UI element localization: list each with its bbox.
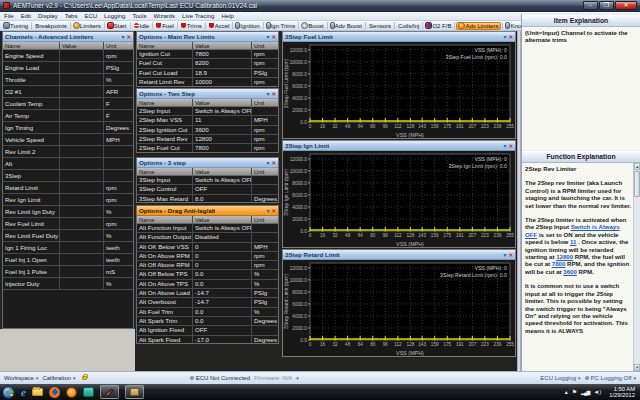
table-row[interactable]: Alt OK Below VSS0MPH [137, 243, 278, 252]
table-row[interactable]: Engine LoadPSIg [3, 62, 133, 74]
panel-menu-icon[interactable]: ▾ [503, 143, 506, 149]
inline-setting-link[interactable]: 7800 [552, 260, 566, 267]
table-row[interactable]: Rev Limit 2 [3, 146, 133, 158]
menu-item-display[interactable]: Display [38, 13, 58, 19]
toolbar-button-fuel[interactable]: Fuel [154, 22, 176, 30]
toolbar-button-accel[interactable]: Accel [207, 22, 232, 30]
panel-close-icon[interactable]: ✕ [508, 34, 513, 40]
table-row[interactable]: 3Step InputSwitch is Always OFF [137, 176, 278, 185]
table-row[interactable]: Alt On Above Load-14.7PSIg [137, 289, 278, 298]
toolbar-button-start[interactable]: Start [106, 22, 129, 30]
chart-titlebar[interactable]: 3Step Fuel Limit▾✕ [283, 32, 515, 42]
table-row[interactable]: Ignition Cut7800rpm [137, 50, 278, 59]
panel-titlebar[interactable]: Options - Drag Anti-lag/alt▾✕ [137, 206, 278, 216]
panel-menu-icon[interactable]: ▾ [266, 160, 269, 166]
maximize-button[interactable]: ❐ [599, 1, 614, 10]
table-row[interactable]: Alt Fuel Trim0.0% [137, 308, 278, 317]
table-row[interactable]: Rev Ign Limitrpm [3, 194, 133, 206]
chart-titlebar[interactable]: 3Step Retard Limit▾✕ [283, 250, 515, 260]
table-row[interactable]: 2Step InputSwitch is Always OFF [137, 107, 278, 116]
panel-close-icon[interactable]: ✕ [126, 34, 131, 40]
table-row[interactable]: Alt On Above RPM0rpm [137, 252, 278, 261]
table-row[interactable]: 2Step Max VSS11MPH [137, 116, 278, 125]
panel-close-icon[interactable]: ✕ [271, 34, 276, 40]
table-row[interactable]: 2Step Fuel Cut7800rpm [137, 144, 278, 153]
scroll-thumb[interactable] [634, 171, 640, 197]
taskbar-item-messenger[interactable] [83, 387, 94, 397]
toolbar-button-coils-inj[interactable]: Coils/Inj [396, 22, 421, 30]
menu-item-tools[interactable]: Tools [132, 13, 146, 19]
panel-close-icon[interactable]: ✕ [508, 252, 513, 258]
table-row[interactable]: Ign 1 Firing Locteeth [3, 242, 133, 254]
menu-item-file[interactable]: File [4, 13, 14, 19]
table-row[interactable]: Alt Function InputSwitch is Always OFF [137, 224, 278, 233]
menu-item-logging[interactable]: Logging [104, 13, 125, 19]
panel-close-icon[interactable]: ✕ [271, 160, 276, 166]
taskbar-item-media-player[interactable] [66, 387, 77, 398]
toolbar-button-breakpoints[interactable]: Breakpoints [33, 22, 69, 30]
panel-menu-icon[interactable]: ▾ [503, 34, 506, 40]
function-scrollbar[interactable]: ▲ ▼ [633, 163, 640, 371]
menu-item-edit[interactable]: Edit [21, 13, 31, 19]
start-button[interactable] [2, 386, 15, 399]
table-row[interactable]: Alt [3, 158, 133, 170]
close-button[interactable]: ✕ [615, 1, 637, 10]
table-row[interactable]: Fuel Inj 1 Openteeth [3, 254, 133, 266]
panel-menu-icon[interactable]: ▾ [503, 252, 506, 258]
table-row[interactable]: Fuel Cut8200rpm [137, 59, 278, 68]
taskbar-item-explorer[interactable] [32, 388, 43, 396]
panel-menu-icon[interactable]: ▾ [121, 34, 124, 40]
taskbar-clock[interactable]: 1:50 AM 1/29/2012 [609, 386, 635, 399]
taskbar-item-internet-explorer[interactable]: e [21, 386, 26, 398]
toolbar-button-knock[interactable]: Knock [504, 22, 521, 30]
table-row[interactable]: 2Step Ignition Cut3600rpm [137, 126, 278, 135]
panel-close-icon[interactable]: ✕ [271, 208, 276, 214]
table-row[interactable]: Alt Overboost-14.7PSIg [137, 298, 278, 307]
ecu-logging-menu[interactable]: ECU Logging▾ [540, 375, 580, 381]
table-row[interactable]: Fuel Inj 1 PulsemS [3, 266, 133, 278]
pc-logging-menu[interactable]: PC Logging Off▾ [585, 375, 636, 381]
hidden-icons-icon[interactable]: ▴ [565, 389, 568, 395]
toolbar-button-tuning[interactable]: Tuning [2, 22, 30, 30]
table-row[interactable]: Alt Spark Trim0.0Degrees [137, 317, 278, 326]
table-row[interactable]: Rev Limit Ign Duty% [3, 206, 133, 218]
table-row[interactable]: Retard Limitrpm [3, 182, 133, 194]
scroll-down-icon[interactable]: ▼ [634, 364, 640, 371]
inline-setting-link[interactable]: 11 [570, 238, 576, 245]
calibration-menu[interactable]: Calibration▾ [42, 375, 75, 381]
panel-titlebar[interactable]: Options - Main Rev Limits▾✕ [137, 32, 278, 42]
table-row[interactable]: Rev Limit Fuel Duty% [3, 230, 133, 242]
network-icon[interactable]: ▂▄▆ [581, 389, 589, 395]
menu-item-wizards[interactable]: Wizards [153, 13, 175, 19]
inline-setting-link[interactable]: 12800 [556, 253, 573, 260]
table-row[interactable]: Ign TimingDegrees [3, 122, 133, 134]
toolbar-button-adv-limiters[interactable]: Adv Limiters [456, 22, 501, 30]
toolbar-button-limiters[interactable]: Limiters [72, 22, 103, 30]
table-row[interactable]: Alt Off Below TPS0.0% [137, 270, 278, 279]
taskbar-item-installer[interactable] [125, 385, 144, 399]
table-row[interactable]: Alt On Above TPS0.0% [137, 280, 278, 289]
table-row[interactable]: Alt Spark Fixed-17.0Degrees [137, 336, 278, 344]
table-row[interactable]: Alt Off Above RPM0rpm [137, 261, 278, 270]
table-row[interactable]: Vehicle SpeedMPH [3, 134, 133, 146]
panel-titlebar[interactable]: Options - 3 step▾✕ [137, 158, 278, 168]
toolbar-button-ignition[interactable]: Ignition [234, 22, 261, 30]
table-row[interactable]: Coolant TempF [3, 98, 133, 110]
panel-menu-icon[interactable]: ▾ [266, 91, 269, 97]
table-row[interactable]: Air TempF [3, 110, 133, 122]
chart-titlebar[interactable]: 3Step Ign Limit▾✕ [283, 141, 515, 151]
menu-item-help[interactable]: Help [221, 13, 233, 19]
panel-titlebar[interactable]: Channels - Advanced Limiters▾✕ [3, 32, 133, 42]
title-bar[interactable]: AEMTuner v2.9 - C:\Users\Lee\AppData\Loc… [0, 0, 640, 12]
toolbar-button-adv-boost[interactable]: Adv Boost [329, 22, 364, 30]
table-row[interactable]: 2Step Retard Rev12800rpm [137, 135, 278, 144]
workspace-menu[interactable]: Workspace▾ [4, 375, 38, 381]
table-row[interactable]: Alt Ignition FixedOFF [137, 326, 278, 335]
table-row[interactable]: Injector Duty% [3, 278, 133, 290]
table-row[interactable]: 3Step ControlOFF [137, 185, 278, 194]
toolbar-button-o2-f-b[interactable]: O2 F/B [424, 22, 453, 30]
menu-item-ecu[interactable]: ECU [84, 13, 97, 19]
table-row[interactable]: Throttle% [3, 74, 133, 86]
toolbar-button-boost[interactable]: Boost [300, 22, 325, 30]
chart-plot[interactable]: 0.02000.04000.06000.08000.010000.012000.… [283, 151, 515, 247]
